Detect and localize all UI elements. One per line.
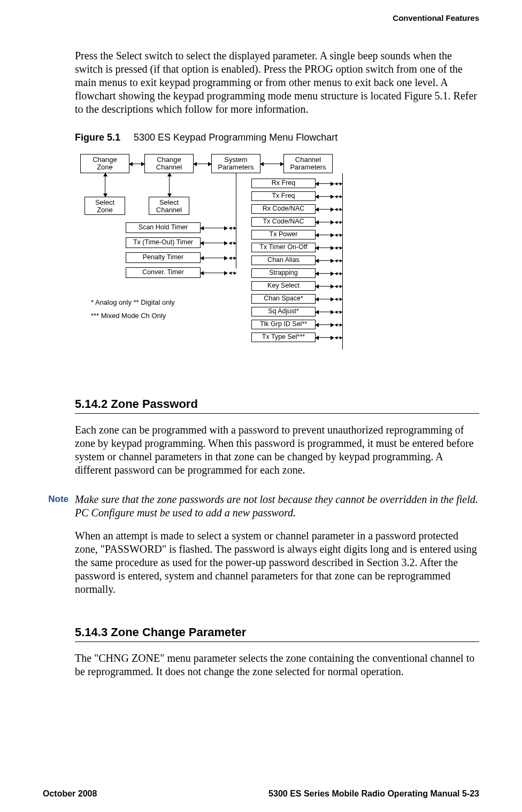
arrow-h-icon	[201, 273, 227, 273]
fc-chan-item: Tx Freq	[251, 191, 316, 201]
fc-chan-item: Chan Space*	[251, 294, 316, 304]
fc-chan-item: Sq Adjust*	[251, 307, 316, 316]
section-5142-head: 5.14.2 Zone Password	[75, 397, 479, 411]
fc-chan-item: Key Select	[251, 281, 316, 291]
tick-icon	[229, 258, 236, 258]
footer-right: 5300 ES Series Mobile Radio Operating Ma…	[268, 789, 479, 799]
fc-sys-item: Penalty Timer	[126, 252, 201, 263]
arrow-h-icon	[316, 196, 334, 197]
fc-sys-item: Scan Hold Timer	[126, 222, 201, 233]
tick-icon	[229, 273, 236, 273]
fc-chan-item: Tx Code/NAC	[251, 217, 316, 227]
arrow-h-icon	[201, 258, 227, 258]
fc-chan-item: Tx Timer On-Off	[251, 243, 316, 252]
arrow-h-icon	[316, 235, 334, 235]
figure-number: Figure 5.1	[75, 132, 120, 143]
arrow-h-icon	[316, 299, 334, 299]
section-rule	[75, 413, 479, 414]
arrow-h-icon	[194, 164, 211, 164]
running-header: Conventional Features	[43, 13, 479, 22]
arrow-h-icon	[201, 228, 227, 228]
fc-chan-item: Rx Freq	[251, 179, 316, 188]
figure-caption: Figure 5.1 5300 ES Keypad Programming Me…	[75, 132, 479, 143]
flowchart: ChangeZone ChangeChannel SystemParameter…	[75, 154, 479, 368]
arrow-h-icon	[316, 248, 334, 248]
arrow-h-icon	[316, 324, 334, 325]
tick-icon	[335, 299, 342, 299]
fc-chan-item: Rx Code/NAC	[251, 204, 316, 214]
fc-sys-item: Conver. Timer	[126, 267, 201, 278]
fc-chan-item: Chan Alias	[251, 256, 316, 265]
tick-icon	[335, 222, 342, 222]
tick-icon	[335, 337, 342, 338]
fc-channel-parameters: ChannelParameters	[283, 154, 333, 173]
fc-change-channel: ChangeChannel	[144, 154, 194, 173]
fc-system-parameters: SystemParameters	[211, 154, 260, 173]
arrow-h-icon	[316, 183, 334, 184]
fc-legend-2: *** Mixed Mode Ch Only	[91, 312, 166, 320]
fc-chan-item: Tx Type Sel***	[251, 332, 316, 342]
section-rule	[75, 641, 479, 642]
fc-chan-item: Strapping	[251, 268, 316, 278]
fc-change-zone: ChangeZone	[80, 154, 129, 173]
arrow-h-icon	[316, 222, 334, 222]
tick-icon	[229, 243, 236, 243]
arrow-v-icon	[169, 173, 170, 197]
fc-chan-item: Tlk Grp ID Sel**	[251, 320, 316, 329]
tick-icon	[229, 228, 236, 228]
arrow-h-icon	[316, 273, 334, 274]
footer-left: October 2008	[43, 789, 97, 799]
note-text: Make sure that the zone passwords are no…	[75, 493, 479, 520]
tick-icon	[335, 312, 342, 312]
section-5143-p1: The "CHNG ZONE" menu parameter selects t…	[75, 652, 479, 678]
arrow-h-icon	[201, 243, 227, 243]
arrow-v-icon	[105, 173, 105, 197]
section-5143-head: 5.14.3 Zone Change Parameter	[75, 625, 479, 639]
section-5142-p2: When an attempt is made to select a syst…	[75, 529, 479, 596]
note-block: Note Make sure that the zone passwords a…	[43, 493, 479, 520]
tick-icon	[335, 196, 342, 197]
arrow-h-icon	[129, 164, 144, 164]
line-icon	[236, 173, 236, 268]
note-label: Note	[43, 493, 75, 520]
fc-sys-item: Tx (Time-Out) Timer	[126, 237, 201, 248]
tick-icon	[335, 235, 342, 235]
page-footer: October 2008 5300 ES Series Mobile Radio…	[43, 789, 479, 799]
arrow-h-icon	[316, 312, 334, 312]
fc-select-channel: SelectChannel	[149, 197, 189, 215]
tick-icon	[335, 209, 342, 210]
tick-icon	[335, 286, 342, 287]
fc-select-zone: SelectZone	[85, 197, 125, 215]
fc-chan-item: Tx Power	[251, 230, 316, 239]
line-icon	[342, 173, 343, 350]
intro-paragraph: Press the Select switch to select the di…	[75, 49, 479, 116]
arrow-h-icon	[316, 260, 334, 261]
arrow-h-icon	[316, 209, 334, 210]
fc-legend-1: * Analog only ** Digital only	[91, 298, 175, 306]
tick-icon	[335, 183, 342, 184]
section-5142-p1: Each zone can be programmed with a passw…	[75, 423, 479, 477]
tick-icon	[335, 324, 342, 325]
figure-title: 5300 ES Keypad Programming Menu Flowchar…	[134, 132, 337, 143]
tick-icon	[335, 260, 342, 261]
arrow-h-icon	[260, 164, 283, 164]
arrow-h-icon	[316, 337, 334, 338]
arrow-h-icon	[316, 286, 334, 287]
tick-icon	[335, 248, 342, 248]
tick-icon	[335, 273, 342, 274]
